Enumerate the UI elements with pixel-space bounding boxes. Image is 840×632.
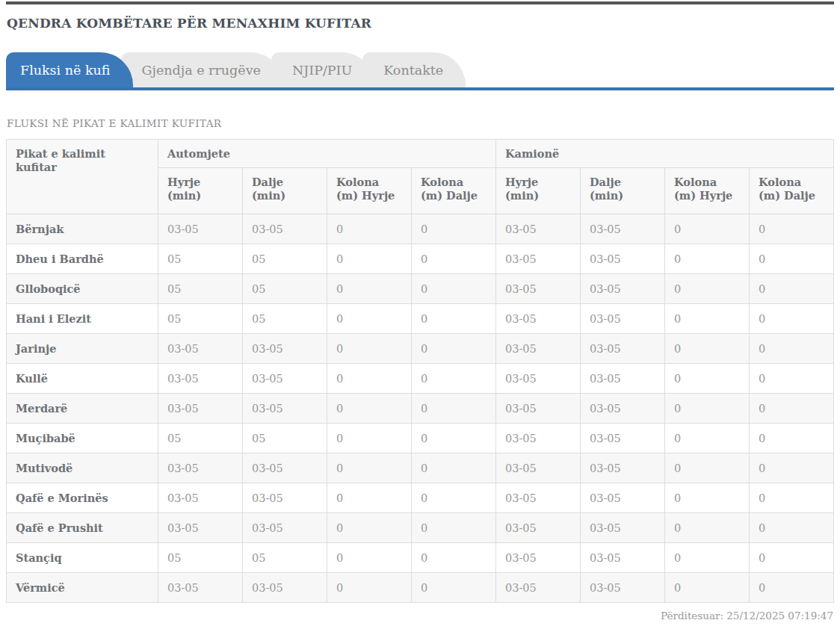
cell-value: 0 (412, 304, 496, 334)
cell-value: 0 (665, 513, 750, 543)
cell-value: 03-05 (158, 214, 243, 244)
cell-value: 03-05 (158, 364, 243, 394)
section-title: FLUKSI NË PIKAT E KALIMIT KUFITAR (7, 117, 834, 129)
crossing-point-name: Muçibabë (7, 424, 158, 453)
cell-value: 03-05 (496, 394, 581, 424)
cell-value: 03-05 (581, 274, 665, 304)
table-row: Merdarë03-0503-050003-0503-0500 (7, 394, 834, 424)
cell-value: 03-05 (243, 364, 327, 394)
cell-value: 0 (750, 513, 834, 543)
group-header-row: Pikat e kalimit kufitar Automjete Kamion… (7, 140, 834, 168)
cell-value: 0 (412, 513, 496, 543)
cell-value: 03-05 (158, 483, 243, 513)
sub-header-cell: Hyrje (min) (158, 168, 243, 214)
table-row: Kullë03-0503-050003-0503-0500 (7, 364, 834, 394)
cell-value: 03-05 (581, 304, 665, 334)
crossing-point-name: Jarinje (7, 334, 158, 364)
cell-value: 0 (665, 573, 750, 603)
cell-value: 0 (750, 543, 834, 573)
cell-value: 03-05 (496, 364, 581, 394)
table-row: Jarinje03-0503-050003-0503-0500 (7, 334, 834, 364)
cell-value: 0 (327, 304, 412, 334)
cell-value: 0 (750, 334, 834, 364)
cell-value: 03-05 (496, 304, 581, 334)
cell-value: 03-05 (496, 274, 581, 304)
cell-value: 03-05 (158, 334, 243, 364)
table-row: Hani i Elezit05050003-0503-0500 (7, 304, 834, 334)
cell-value: 05 (243, 543, 327, 573)
cell-value: 03-05 (496, 513, 581, 543)
sub-header-cell: Dalje (min) (243, 168, 327, 214)
crossing-point-name: Mutivodë (7, 453, 158, 483)
cell-value: 0 (750, 394, 834, 424)
sub-header-cell: Kolona (m) Hyrje (665, 168, 750, 214)
cell-value: 05 (158, 244, 243, 274)
sub-header-cell: Kolona (m) Dalje (750, 168, 834, 214)
cell-value: 0 (412, 543, 496, 573)
cell-value: 03-05 (581, 394, 665, 424)
group-header-kamione: Kamionë (496, 140, 834, 168)
sub-header-cell: Kolona (m) Dalje (412, 168, 496, 214)
sub-header-cell: Dalje (min) (581, 168, 665, 214)
cell-value: 0 (412, 453, 496, 483)
tab-njip-piu[interactable]: NJIP/PIU (271, 52, 374, 87)
cell-value: 03-05 (581, 453, 665, 483)
cell-value: 0 (750, 364, 834, 394)
tab-kontakte[interactable]: Kontakte (362, 52, 466, 87)
cell-value: 05 (158, 424, 243, 453)
cell-value: 03-05 (581, 424, 665, 453)
table-row: Muçibabë05050003-0503-0500 (7, 424, 834, 453)
cell-value: 0 (327, 483, 412, 513)
page-title: QENDRA KOMBËTARE PËR MENAXHIM KUFITAR (7, 16, 834, 31)
cell-value: 0 (665, 214, 750, 244)
cell-value: 0 (412, 424, 496, 453)
cell-value: 03-05 (581, 364, 665, 394)
cell-value: 0 (665, 394, 750, 424)
cell-value: 03-05 (496, 483, 581, 513)
cell-value: 03-05 (581, 214, 665, 244)
crossing-point-name: Merdarë (7, 394, 158, 424)
cell-value: 0 (327, 394, 412, 424)
table-row: Mutivodë03-0503-050003-0503-0500 (7, 453, 834, 483)
cell-value: 0 (665, 334, 750, 364)
crossing-point-name: Vërmicë (7, 573, 158, 603)
cell-value: 03-05 (581, 244, 665, 274)
cell-value: 0 (327, 274, 412, 304)
cell-value: 05 (158, 543, 243, 573)
cell-value: 0 (750, 573, 834, 603)
cell-value: 03-05 (496, 334, 581, 364)
crossing-point-name: Hani i Elezit (7, 304, 158, 334)
cell-value: 03-05 (243, 513, 327, 543)
cell-value: 0 (412, 214, 496, 244)
tab-gjendja-e-rrugeve[interactable]: Gjendja e rrugëve (121, 52, 283, 87)
cell-value: 03-05 (581, 573, 665, 603)
crossing-point-name: Qafë e Morinës (7, 483, 158, 513)
cell-value: 0 (665, 364, 750, 394)
cell-value: 0 (327, 513, 412, 543)
cell-value: 0 (412, 334, 496, 364)
table-row: Stançiq05050003-0503-0500 (7, 543, 834, 573)
cell-value: 0 (750, 274, 834, 304)
page: QENDRA KOMBËTARE PËR MENAXHIM KUFITAR Fl… (0, 1, 840, 632)
tab-bar: Fluksi në kufiGjendja e rrugëveNJIP/PIUK… (6, 52, 834, 87)
last-updated: Përditesuar: 25/12/2025 07:19:47 (6, 610, 834, 622)
cell-value: 03-05 (158, 573, 243, 603)
cell-value: 03-05 (158, 394, 243, 424)
cell-value: 0 (750, 424, 834, 453)
tab-fluksi-ne-kufi[interactable]: Fluksi në kufi (6, 52, 133, 87)
cell-value: 03-05 (496, 543, 581, 573)
cell-value: 03-05 (243, 573, 327, 603)
cell-value: 05 (243, 274, 327, 304)
cell-value: 05 (158, 274, 243, 304)
table-row: Vërmicë03-0503-050003-0503-0500 (7, 573, 834, 603)
crossing-point-name: Dheu i Bardhë (7, 244, 158, 274)
cell-value: 0 (327, 364, 412, 394)
table-row: Dheu i Bardhë05050003-0503-0500 (7, 244, 834, 274)
cell-value: 0 (665, 543, 750, 573)
cell-value: 03-05 (243, 453, 327, 483)
border-flow-table: Pikat e kalimit kufitar Automjete Kamion… (6, 139, 834, 603)
cell-value: 0 (750, 214, 834, 244)
cell-value: 0 (327, 543, 412, 573)
cell-value: 0 (412, 394, 496, 424)
crossing-point-name: Stançiq (7, 543, 158, 573)
